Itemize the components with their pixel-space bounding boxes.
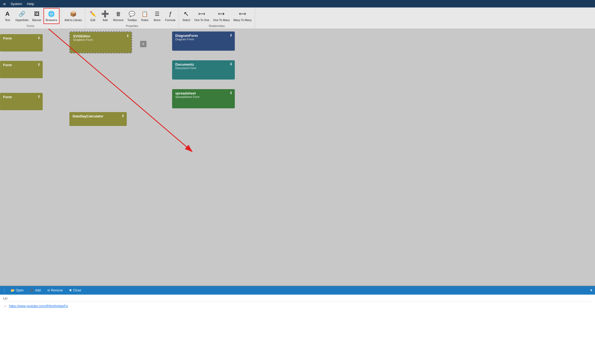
bottom-remove-button[interactable]: ⊖ Remove <box>45 288 65 293</box>
hyperlinks-button[interactable]: 🔗 Hyperlinks <box>14 8 30 24</box>
toolbar-separator: ⋮ <box>2 288 6 293</box>
properties-buttons: ✏️ Edit ➕ Add 🗑 Remove 💬 Tooltips 📋 Rule… <box>87 8 177 24</box>
browsers-label: Browsers <box>46 18 57 22</box>
diagram-form-card[interactable]: ⬇ DiagramForm Diagram Form <box>172 31 235 51</box>
date-calculator-icon: ⬇ <box>121 114 125 118</box>
svg-editor-selection: ⬇ SVGEditor Singleton Form <box>69 31 132 53</box>
bottom-add-button[interactable]: ➕ Add <box>28 288 43 293</box>
add-to-library-label: Add to Library <box>65 18 82 22</box>
svg-line-8 <box>239 13 240 14</box>
many-to-many-button[interactable]: Many To Many <box>232 8 253 24</box>
text-label: Text <box>5 18 10 22</box>
browsers-icon: 🌐 <box>48 10 55 18</box>
rules-icon: 📋 <box>141 10 149 18</box>
bottom-close-label: Close <box>73 288 81 292</box>
bottom-close-icon: ✖ <box>69 288 72 292</box>
form-card-left-1[interactable]: ⬇ Form <box>0 34 43 52</box>
add-button[interactable]: ➕ Add <box>99 8 111 24</box>
remove-button[interactable]: 🗑 Remove <box>112 8 125 24</box>
ribbon: A Text 🔗 Hyperlinks 🖼 Banner 🌐 Browsers … <box>0 7 595 29</box>
svg-line-10 <box>245 13 246 14</box>
diagram-form-sub: Diagram Form <box>175 38 232 41</box>
plus-button[interactable]: + <box>140 41 146 47</box>
spreadsheet-card[interactable]: ⬇ spreadsheet Spreadsheet Form <box>172 89 235 108</box>
one-to-one-button[interactable]: One To One <box>193 8 211 24</box>
formula-button[interactable]: ƒ Formula <box>164 8 177 24</box>
form-card-left-3[interactable]: ⬆ Form <box>0 93 43 110</box>
menu-item-w[interactable]: w <box>3 2 6 6</box>
bottom-add-icon: ➕ <box>30 288 34 292</box>
documentz-icon: ⬇ <box>229 62 233 66</box>
card-icon-2: ⬆ <box>37 62 41 67</box>
select-label: Select <box>183 18 190 22</box>
ribbon-group-forms: A Text 🔗 Hyperlinks 🖼 Banner 🌐 Browsers … <box>0 7 61 29</box>
card-title-3: Form <box>3 95 39 99</box>
items-label: Items <box>154 18 161 22</box>
select-icon: ↖ <box>183 10 190 18</box>
add-label: Add <box>103 18 108 22</box>
documentz-title: Documentz <box>175 62 232 66</box>
date-calculator-card[interactable]: ⬇ DateDayCalculator <box>69 112 127 126</box>
forms-buttons: A Text 🔗 Hyperlinks 🖼 Banner 🌐 Browsers <box>2 8 60 24</box>
tooltips-button[interactable]: 💬 Tooltips <box>126 8 138 24</box>
edit-label: Edit <box>90 18 95 22</box>
hyperlinks-label: Hyperlinks <box>15 18 29 22</box>
remove-label: Remove <box>113 18 124 22</box>
ribbon-group-properties: ✏️ Edit ➕ Add 🗑 Remove 💬 Tooltips 📋 Rule… <box>85 7 179 29</box>
one-to-one-icon <box>198 10 205 18</box>
add-to-library-button[interactable]: 📦 Add to Library <box>63 8 84 24</box>
svg-line-9 <box>239 14 240 15</box>
add-icon: ➕ <box>101 10 109 18</box>
svg-editor-icon: ⬇ <box>126 34 129 38</box>
url-link[interactable]: https://www.youtube.com/@NorthridgeFix <box>9 304 68 308</box>
open-icon: 📂 <box>11 288 15 292</box>
svg-line-11 <box>245 14 246 15</box>
spreadsheet-title: spreadsheet <box>175 91 232 95</box>
add-to-library-icon: 📦 <box>69 10 77 18</box>
many-to-many-icon <box>239 10 246 18</box>
main-area: ⬇ Form ⬆ Form ⬆ Form ⬇ SVGEditor Singlet… <box>0 29 595 364</box>
tooltips-icon: 💬 <box>128 10 136 18</box>
bottom-panel: ⋮ 📂 Open ➕ Add ⊖ Remove ✖ Close ▼ Url <box>0 286 595 364</box>
items-icon: ☰ <box>153 10 161 18</box>
formula-label: Formula <box>165 18 176 22</box>
forms-group-label: Forms <box>27 25 34 28</box>
open-button[interactable]: 📂 Open <box>9 288 26 293</box>
one-to-many-button[interactable]: One To Many <box>212 8 231 24</box>
edit-icon: ✏️ <box>89 10 97 18</box>
rules-label: Rules <box>141 18 148 22</box>
menu-item-help[interactable]: Help <box>27 2 34 6</box>
banner-icon: 🖼 <box>33 10 41 18</box>
svg-editor-title: SVGEditor <box>73 34 128 38</box>
banner-button[interactable]: 🖼 Banner <box>31 8 43 24</box>
bottom-close-button[interactable]: ✖ Close <box>67 288 83 293</box>
text-button[interactable]: A Text <box>2 8 13 24</box>
spreadsheet-sub: Spreadsheet Form <box>175 95 232 98</box>
formula-icon: ƒ <box>166 10 174 18</box>
one-to-one-label: One To One <box>194 18 209 22</box>
tooltips-label: Tooltips <box>127 18 137 22</box>
remove-icon: 🗑 <box>115 10 122 18</box>
items-button[interactable]: ☰ Items <box>151 8 163 24</box>
rules-button[interactable]: 📋 Rules <box>139 8 151 24</box>
edit-button[interactable]: ✏️ Edit <box>87 8 99 24</box>
form-card-left-2[interactable]: ⬆ Form <box>0 61 43 78</box>
library-buttons: 📦 Add to Library <box>63 8 84 24</box>
select-button[interactable]: ↖ Select <box>180 8 192 24</box>
dropdown-chevron-icon[interactable]: ▼ <box>590 288 593 292</box>
menu-item-system[interactable]: System <box>10 2 22 6</box>
documentz-sub: Document Form <box>175 66 232 70</box>
spreadsheet-icon: ⬇ <box>229 91 233 95</box>
relationships-buttons: ↖ Select One To One One To Many Many To <box>180 8 253 24</box>
documentz-card[interactable]: ⬇ Documentz Document Form <box>172 60 235 80</box>
svg-editor-card[interactable]: ⬇ SVGEditor Singleton Form <box>70 32 132 53</box>
bottom-content: Url → https://www.youtube.com/@Northridg… <box>0 295 595 364</box>
canvas-area[interactable]: ⬇ Form ⬆ Form ⬆ Form ⬇ SVGEditor Singlet… <box>0 29 595 286</box>
url-row: → https://www.youtube.com/@NorthridgeFix <box>3 302 592 310</box>
browsers-button[interactable]: 🌐 Browsers <box>43 8 60 24</box>
arrow-overlay <box>0 29 595 286</box>
ribbon-group-relationships: ↖ Select One To One One To Many Many To <box>179 7 255 29</box>
card-icon-3: ⬆ <box>37 94 41 99</box>
properties-group-label: Properties <box>126 25 138 28</box>
banner-label: Banner <box>32 18 41 22</box>
